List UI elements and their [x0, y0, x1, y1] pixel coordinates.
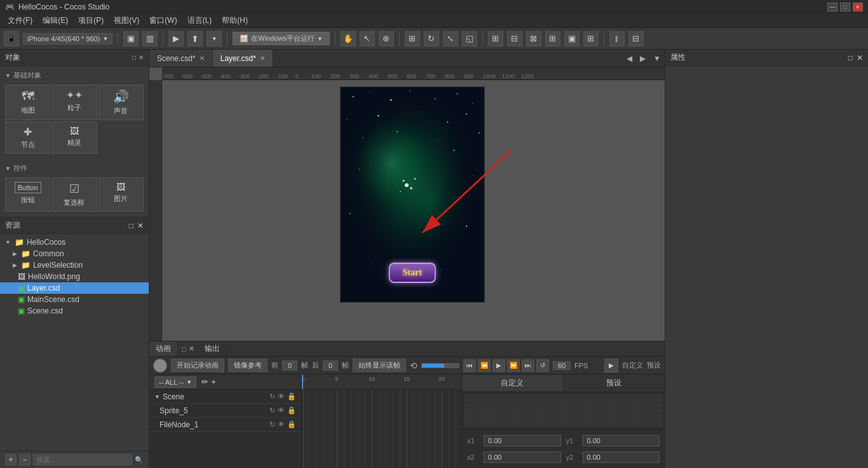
scale-tool[interactable]: ⤡ [443, 31, 458, 46]
track-sprite5-v3[interactable]: 🔒 [287, 406, 296, 415]
distribute-h[interactable]: ⫿ [609, 31, 625, 46]
minimize-button[interactable]: — [827, 3, 837, 11]
all-select-dropdown[interactable]: -- ALL -- ▼ [154, 376, 196, 388]
reset-btn[interactable]: ↺ [536, 359, 549, 372]
track-sprite5-v2[interactable]: 👁 [278, 406, 285, 415]
tl-customize-tab[interactable]: 自定义 [462, 375, 564, 391]
tab-menu[interactable]: ▼ [649, 54, 665, 63]
widget-sprite[interactable]: 🖼 精灵 [51, 121, 97, 154]
widget-map[interactable]: 🗺 地图 [5, 85, 50, 120]
upload-btn[interactable]: ⬆ [187, 31, 203, 46]
always-show-btn[interactable]: 始终显示该帧 [353, 359, 406, 372]
tab-layer[interactable]: Layer.csd* ✕ [213, 50, 273, 67]
align-right[interactable]: ⊠ [526, 31, 541, 46]
track-filenode1-v3[interactable]: 🔒 [287, 420, 296, 429]
tree-item-levelselection[interactable]: ▶ 📁 LevelSelection [0, 259, 149, 271]
fps-input[interactable] [553, 361, 571, 370]
run-windows-btn[interactable]: 🪟 在Windows平台运行 ▼ [233, 32, 330, 45]
resource-remove-btn[interactable]: − [19, 454, 31, 465]
menu-project[interactable]: 项目(P) [73, 14, 109, 27]
device-selector[interactable]: iPhone 4/4S(640 * 960) ▼ [23, 33, 112, 45]
menu-window[interactable]: 窗口(W) [144, 14, 182, 27]
timeline-close-icon[interactable]: ✕ [189, 345, 194, 353]
tab-scroll-right[interactable]: ▶ [636, 54, 649, 63]
tree-item-layer[interactable]: ▣ Layer.csd [0, 282, 149, 294]
properties-close-btn[interactable]: ✕ [857, 53, 863, 62]
next-frame-btn[interactable]: ⏩ [507, 359, 520, 372]
timeline-output-tab[interactable]: 输出 [198, 341, 227, 356]
hand-tool[interactable]: ✋ [341, 31, 356, 46]
menu-language[interactable]: 语言(L) [182, 14, 217, 27]
basic-section-header[interactable]: 基础对象 [0, 69, 149, 82]
track-filenode1-v2[interactable]: 👁 [278, 420, 285, 429]
close-button[interactable]: ✕ [853, 3, 863, 11]
resource-search-input[interactable] [33, 454, 132, 465]
tl-preset-tab[interactable]: 预设 [564, 375, 665, 391]
widget-button[interactable]: Button 按钮 [5, 177, 50, 212]
camera-ref-btn[interactable]: 镜像参考 [228, 359, 268, 372]
toolbar-icon-btn[interactable]: 📱 [4, 31, 19, 46]
menu-view[interactable]: 视图(V) [109, 14, 144, 27]
x2-value[interactable]: 0.00 [484, 451, 561, 463]
view-mode-btn1[interactable]: ▣ [123, 31, 139, 46]
align-v-center[interactable]: ▣ [564, 31, 580, 46]
properties-pin-btn[interactable]: □ [848, 53, 853, 62]
more-tool[interactable]: ⊟ [628, 31, 644, 46]
tab-scroll-left[interactable]: ◀ [623, 54, 636, 63]
widget-node[interactable]: ✚ 节点 [5, 121, 50, 154]
select-tool[interactable]: ↖ [360, 31, 375, 46]
objects-close-btn[interactable]: ✕ [139, 54, 144, 61]
tree-item-common[interactable]: ▶ 📁 Common [0, 248, 149, 259]
menu-edit[interactable]: 编辑(E) [37, 14, 73, 27]
y1-value[interactable]: 0.00 [583, 435, 660, 446]
widget-particle[interactable]: ✦✦ 粒子 [51, 85, 97, 120]
tree-item-scene[interactable]: ▣ Scene.csd [0, 305, 149, 317]
move-tool[interactable]: ⊕ [379, 31, 394, 46]
widget-image[interactable]: 🖼 图片 [98, 177, 144, 212]
tree-item-hellococos[interactable]: ▼ 📁 HelloCocos [0, 237, 149, 248]
timeline-keyframes[interactable]: 0 5 10 15 20 25 30 35 40 45 50 [302, 375, 461, 468]
objects-pin-btn[interactable]: □ [132, 54, 136, 61]
track-scene-v1[interactable]: ↻ [269, 392, 275, 401]
play-btn[interactable]: ▶ [168, 31, 184, 46]
track-scene-arrow[interactable]: ▼ [154, 394, 160, 400]
align-bottom[interactable]: ⊞ [583, 31, 599, 46]
edit-icon[interactable]: ✏ [201, 377, 208, 387]
resource-add-btn[interactable]: + [5, 454, 17, 465]
skew-tool[interactable]: ◱ [462, 31, 477, 46]
y2-value[interactable]: 0.00 [583, 451, 660, 463]
tree-item-helloworld[interactable]: 🖼 HelloWorld.png [0, 271, 149, 282]
align-top[interactable]: ⊞ [545, 31, 560, 46]
tab-layer-close[interactable]: ✕ [260, 55, 265, 62]
menu-help[interactable]: 帮助(H) [217, 14, 253, 27]
play-final-btn[interactable]: ▶ [604, 359, 618, 373]
track-scene-v2[interactable]: 👁 [278, 392, 285, 401]
track-scene-v3[interactable]: 🔒 [287, 392, 296, 401]
x1-value[interactable]: 0.00 [484, 435, 561, 446]
menu-file[interactable]: 文件(F) [3, 14, 37, 27]
timeline-pin-icon[interactable]: □ [182, 345, 186, 353]
view-mode-btn2[interactable]: ▥ [142, 31, 158, 46]
playhead[interactable] [302, 375, 303, 389]
track-sprite5-v1[interactable]: ↻ [269, 406, 275, 415]
align-left[interactable]: ⊞ [488, 31, 503, 46]
record-button[interactable] [153, 359, 167, 373]
tree-item-mainscene[interactable]: ▣ MainScene.csd [0, 294, 149, 305]
timeline-animation-tab[interactable]: 动画 [149, 341, 178, 356]
add-track-icon[interactable]: + [211, 377, 216, 387]
maximize-button[interactable]: □ [840, 3, 850, 11]
canvas-content[interactable]: Start [162, 80, 665, 341]
before-value[interactable]: 0 [282, 361, 297, 371]
rotate-tool[interactable]: ↻ [424, 31, 439, 46]
skip-end-btn[interactable]: ⏭ [522, 359, 534, 372]
widget-sound[interactable]: 🔊 声音 [98, 85, 144, 120]
controls-section-header[interactable]: 控件 [0, 162, 149, 175]
resources-close-btn[interactable]: ✕ [137, 221, 144, 230]
speed-bar[interactable] [421, 363, 459, 368]
track-filenode1-v1[interactable]: ↻ [269, 420, 275, 429]
widget-checkbox[interactable]: ☑ 复选框 [51, 177, 97, 212]
resources-pin-btn[interactable]: □ [129, 221, 133, 230]
skip-start-btn[interactable]: ⏮ [463, 359, 476, 372]
start-button[interactable]: Start [389, 263, 436, 283]
tab-scene[interactable]: Scene.csd* ✕ [149, 50, 213, 67]
